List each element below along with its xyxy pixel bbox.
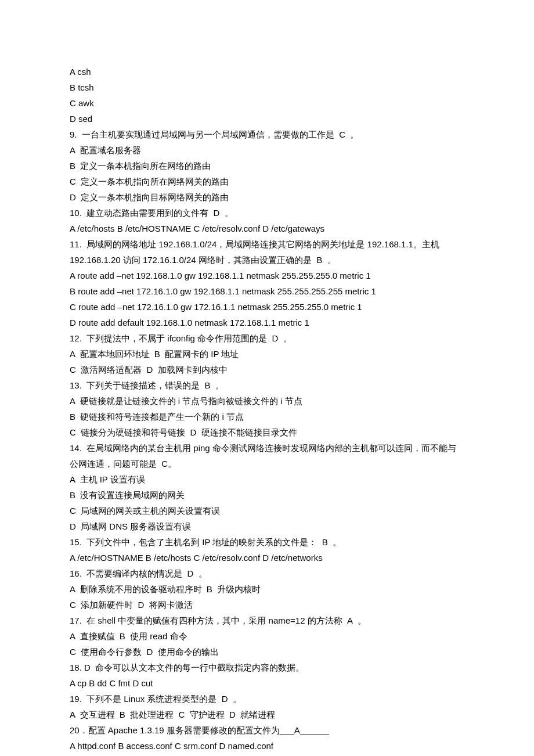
text-line: A 直接赋值 B 使用 read 命令: [70, 628, 464, 644]
text-line: A httpd.conf B access.conf C srm.conf D …: [70, 738, 464, 754]
text-line: 10. 建立动态路由需要用到的文件有 D 。: [70, 205, 464, 221]
text-line: C 链接分为硬链接和符号链接 D 硬连接不能链接目录文件: [70, 424, 464, 440]
text-line: B 没有设置连接局域网的网关: [70, 487, 464, 503]
text-line: A cp B dd C fmt D cut: [70, 675, 464, 691]
text-line: 20．配置 Apache 1.3.19 服务器需要修改的配置文件为___A___…: [70, 722, 464, 738]
text-line: 12. 下列提法中，不属于 ifconfig 命令作用范围的是 D 。: [70, 330, 464, 346]
text-line: A /etc/hosts B /etc/HOSTNAME C /etc/reso…: [70, 221, 464, 236]
text-line: B 定义一条本机指向所在网络的路由: [70, 158, 464, 174]
text-line: A 删除系统不用的设备驱动程序时 B 升级内核时: [70, 581, 464, 597]
text-line: D 局域网 DNS 服务器设置有误: [70, 519, 464, 534]
text-line: 18. D 命令可以从文本文件的每一行中截取指定内容的数据。: [70, 660, 464, 675]
text-line: C 局域网的网关或主机的网关设置有误: [70, 503, 464, 519]
text-line: 19. 下列不是 Linux 系统进程类型的是 D 。: [70, 691, 464, 707]
text-line: C 添加新硬件时 D 将网卡激活: [70, 597, 464, 613]
text-line: 14. 在局域网络内的某台主机用 ping 命令测试网络连接时发现网络内部的主机…: [70, 440, 464, 471]
text-line: C 定义一条本机指向所在网络网关的路由: [70, 174, 464, 189]
text-line: A 主机 IP 设置有误: [70, 471, 464, 487]
text-line: 11. 局域网的网络地址 192.168.1.0/24，局域网络连接其它网络的网…: [70, 236, 464, 268]
text-line: C awk: [70, 95, 464, 111]
text-line: A 硬链接就是让链接文件的 i 节点号指向被链接文件的 i 节点: [70, 393, 464, 409]
text-line: A /etc/HOSTNAME B /etc/hosts C /etc/reso…: [70, 550, 464, 566]
text-line: A 配置本地回环地址 B 配置网卡的 IP 地址: [70, 346, 464, 362]
text-line: B tcsh: [70, 80, 464, 95]
text-line: A route add –net 192.168.1.0 gw 192.168.…: [70, 268, 464, 283]
text-line: C route add –net 172.16.1.0 gw 172.16.1.…: [70, 299, 464, 315]
text-line: B 硬链接和符号连接都是产生一个新的 i 节点: [70, 409, 464, 424]
text-line: 9. 一台主机要实现通过局域网与另一个局域网通信，需要做的工作是 C 。: [70, 127, 464, 142]
text-line: C 使用命令行参数 D 使用命令的输出: [70, 644, 464, 660]
text-line: 15. 下列文件中，包含了主机名到 IP 地址的映射关系的文件是： B 。: [70, 534, 464, 550]
text-line: D route add default 192.168.1.0 netmask …: [70, 315, 464, 330]
text-line: D 定义一条本机指向目标网络网关的路由: [70, 189, 464, 205]
text-line: C 激活网络适配器 D 加载网卡到内核中: [70, 362, 464, 377]
text-line: D sed: [70, 111, 464, 127]
text-line: B route add –net 172.16.1.0 gw 192.168.1…: [70, 283, 464, 299]
text-line: A csh: [70, 64, 464, 80]
text-line: A 配置域名服务器: [70, 142, 464, 158]
document-page: A csh B tcsh C awk D sed 9. 一台主机要实现通过局域网…: [0, 0, 534, 756]
text-line: 16. 不需要编译内核的情况是 D 。: [70, 566, 464, 581]
text-line: A 交互进程 B 批处理进程 C 守护进程 D 就绪进程: [70, 707, 464, 722]
text-line: 17. 在 shell 中变量的赋值有四种方法，其中，采用 name=12 的方…: [70, 613, 464, 628]
text-line: 13. 下列关于链接描述，错误的是 B 。: [70, 377, 464, 393]
